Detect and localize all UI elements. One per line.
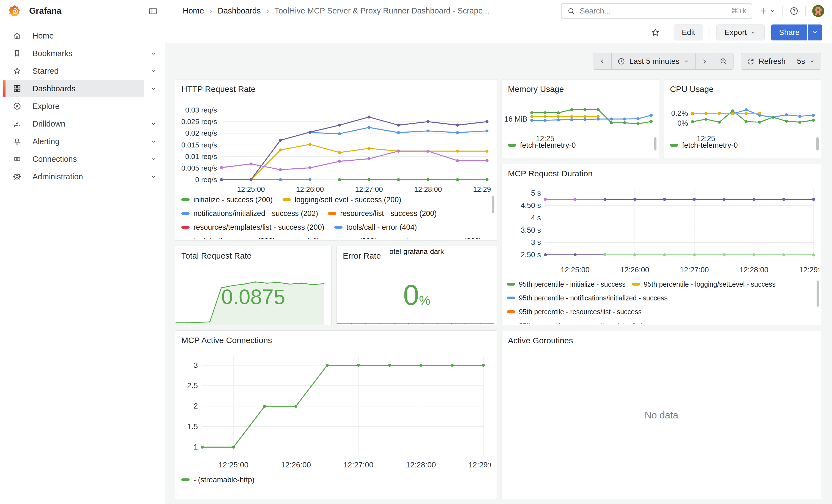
mcp-active-connections-chart[interactable]: 32.521.5112:25:0012:26:0012:27:0012:28:0… bbox=[178, 349, 491, 479]
edit-button[interactable]: Edit bbox=[674, 25, 703, 41]
legend-label: tools/call - success (200) bbox=[193, 237, 275, 239]
legend-item[interactable]: 95th percentile - initialize - success bbox=[507, 280, 626, 288]
panel-title[interactable]: MCP Request Duration bbox=[502, 164, 593, 178]
legend-item[interactable]: 95th percentile - logging/setLevel - suc… bbox=[632, 280, 776, 288]
legend-item[interactable]: resources/templates/list - success (200) bbox=[181, 223, 324, 232]
favorite-star-icon[interactable] bbox=[650, 27, 660, 37]
panel-memory-usage: Memory Usage 16 MiB12:25 fetch-telemetry… bbox=[501, 79, 659, 158]
legend-swatch bbox=[507, 297, 515, 299]
chevron-down-icon bbox=[150, 67, 157, 75]
sidebar-item-explore[interactable]: Explore bbox=[0, 97, 165, 115]
time-shift-forward-button[interactable] bbox=[696, 53, 714, 69]
legend-item[interactable]: fetch-telemetry-0 bbox=[670, 141, 738, 150]
panel-title[interactable]: Active Goroutines bbox=[502, 331, 573, 345]
duration-legend: 95th percentile - initialize - success95… bbox=[507, 280, 813, 323]
avatar[interactable] bbox=[812, 5, 824, 17]
divider bbox=[782, 6, 783, 16]
help-button[interactable] bbox=[789, 6, 799, 16]
refresh-button[interactable]: Refresh bbox=[741, 53, 791, 69]
search-input[interactable]: Search... ⌘+k bbox=[561, 3, 752, 19]
chevron-down-icon bbox=[809, 58, 815, 65]
search-placeholder: Search... bbox=[580, 7, 727, 16]
svg-text:0.03 req/s: 0.03 req/s bbox=[185, 106, 217, 114]
sidebar-item-administration[interactable]: Administration bbox=[0, 168, 165, 185]
sidebar-item-label: Explore bbox=[32, 102, 59, 111]
time-range-picker[interactable]: Last 5 minutes bbox=[612, 53, 696, 69]
svg-text:12:26:00: 12:26:00 bbox=[620, 266, 649, 274]
sidebar-item-label: Dashboards bbox=[32, 84, 75, 93]
refresh-interval-picker[interactable]: 5s bbox=[791, 53, 821, 69]
panel-title[interactable]: Memory Usage bbox=[502, 80, 564, 94]
mcp-request-duration-chart[interactable]: 5 s4.50 s4 s3.50 s3 s2.50 s12:25:0012:26… bbox=[504, 179, 819, 280]
sidebar-item-bookmarks[interactable]: Bookmarks bbox=[0, 45, 165, 62]
panel-title[interactable]: Total Request Rate bbox=[175, 246, 252, 261]
legend-scrollbar[interactable] bbox=[816, 281, 819, 307]
http-request-rate-chart[interactable]: 0 req/s0.005 req/s0.01 req/s0.015 req/s0… bbox=[178, 94, 491, 195]
legend-item[interactable]: notifications/initialized - success (202… bbox=[181, 209, 318, 218]
plus-icon bbox=[759, 7, 768, 16]
panel-title[interactable]: CPU Usage bbox=[664, 80, 713, 94]
svg-text:12:26:00: 12:26:00 bbox=[296, 185, 324, 193]
breadcrumb-home[interactable]: Home bbox=[183, 6, 204, 16]
sidebar-item-label: Alerting bbox=[32, 137, 59, 146]
chevron-left-icon bbox=[599, 58, 606, 65]
legend-scrollbar[interactable] bbox=[816, 137, 819, 151]
legend-label: 95th percentile - logging/setLevel - suc… bbox=[644, 280, 776, 288]
legend-item[interactable]: 95th percentile - notifications/initiali… bbox=[507, 294, 668, 302]
sidebar-item-dashboards[interactable]: Dashboards bbox=[0, 80, 165, 97]
zoom-out-button[interactable] bbox=[714, 53, 733, 69]
chevron-down-icon bbox=[150, 173, 157, 181]
cpu-usage-chart[interactable]: 0.2%0%12:25 bbox=[665, 93, 818, 145]
legend-item[interactable]: tools/call - error (404) bbox=[334, 223, 417, 232]
legend-swatch bbox=[507, 310, 515, 313]
sidebar-item-drilldown[interactable]: Drilldown bbox=[0, 115, 165, 133]
legend-item[interactable]: 95th percentile - resources/list - succe… bbox=[507, 308, 642, 316]
svg-text:12:28:00: 12:28:00 bbox=[406, 460, 436, 469]
dock-sidebar-icon[interactable] bbox=[148, 6, 158, 16]
legend-item[interactable]: tools/call - success (200) bbox=[181, 237, 275, 239]
sidebar-item-home[interactable]: Home bbox=[0, 27, 165, 45]
legend-scrollbar[interactable] bbox=[492, 196, 494, 213]
legend-item[interactable]: logging/setLevel - success (200) bbox=[283, 195, 401, 204]
legend-item[interactable]: resources/list - success (200) bbox=[328, 209, 437, 218]
time-controls: Last 5 minutes Refresh 5s bbox=[175, 53, 821, 70]
breadcrumb: Home › Dashboards › ToolHive MCP Server … bbox=[183, 6, 490, 16]
add-new-button[interactable] bbox=[759, 7, 776, 16]
svg-text:12:28:00: 12:28:00 bbox=[739, 266, 769, 274]
svg-text:12:25:00: 12:25:00 bbox=[237, 185, 265, 193]
svg-text:4.50 s: 4.50 s bbox=[521, 202, 541, 210]
svg-text:12:27:00: 12:27:00 bbox=[343, 460, 373, 469]
topbar-brand-section: Grafana bbox=[0, 0, 165, 22]
time-shift-back-button[interactable] bbox=[593, 53, 612, 69]
dashboard-content: Last 5 minutes Refresh 5s HTTP Request R… bbox=[165, 43, 832, 504]
panel-title[interactable]: MCP Active Connections bbox=[175, 331, 272, 345]
legend-item[interactable]: - (streamable-http) bbox=[181, 476, 255, 484]
share-button[interactable]: Share bbox=[771, 25, 807, 41]
memory-usage-chart[interactable]: 16 MiB12:25 bbox=[503, 93, 656, 145]
connections-icon bbox=[12, 155, 22, 163]
time-range-group: Last 5 minutes bbox=[593, 53, 733, 70]
share-button-group: Share bbox=[771, 25, 822, 41]
svg-text:1: 1 bbox=[193, 443, 198, 451]
sidebar-item-alerting[interactable]: Alerting bbox=[0, 133, 165, 150]
share-dropdown-button[interactable] bbox=[808, 25, 822, 41]
sidebar-item-starred[interactable]: Starred bbox=[0, 62, 165, 80]
panel-title[interactable]: HTTP Request Rate bbox=[175, 80, 256, 94]
export-button[interactable]: Export bbox=[717, 25, 764, 41]
svg-text:12:25:00: 12:25:00 bbox=[561, 266, 590, 274]
svg-text:0%: 0% bbox=[677, 119, 688, 127]
grafana-logo-icon[interactable] bbox=[8, 5, 20, 17]
no-data-message: No data bbox=[645, 409, 678, 421]
legend-item[interactable]: fetch-telemetry-0 bbox=[508, 141, 576, 150]
legend-item[interactable]: 95th percentile - resources/templates/li… bbox=[507, 322, 673, 324]
legend-scrollbar[interactable] bbox=[654, 137, 656, 151]
legend-item[interactable]: tools/list - success (200) bbox=[285, 237, 377, 239]
panel-http-request-rate: HTTP Request Rate 0 req/s0.005 req/s0.01… bbox=[175, 79, 497, 241]
compass-icon bbox=[12, 102, 22, 111]
legend-item[interactable]: unknown - success (200) bbox=[387, 237, 482, 239]
bell-icon bbox=[12, 137, 22, 146]
breadcrumb-dashboards[interactable]: Dashboards bbox=[218, 6, 261, 16]
legend-item[interactable]: initialize - success (200) bbox=[181, 195, 272, 204]
sidebar-item-connections[interactable]: Connections bbox=[0, 150, 165, 168]
legend-swatch bbox=[181, 212, 189, 215]
